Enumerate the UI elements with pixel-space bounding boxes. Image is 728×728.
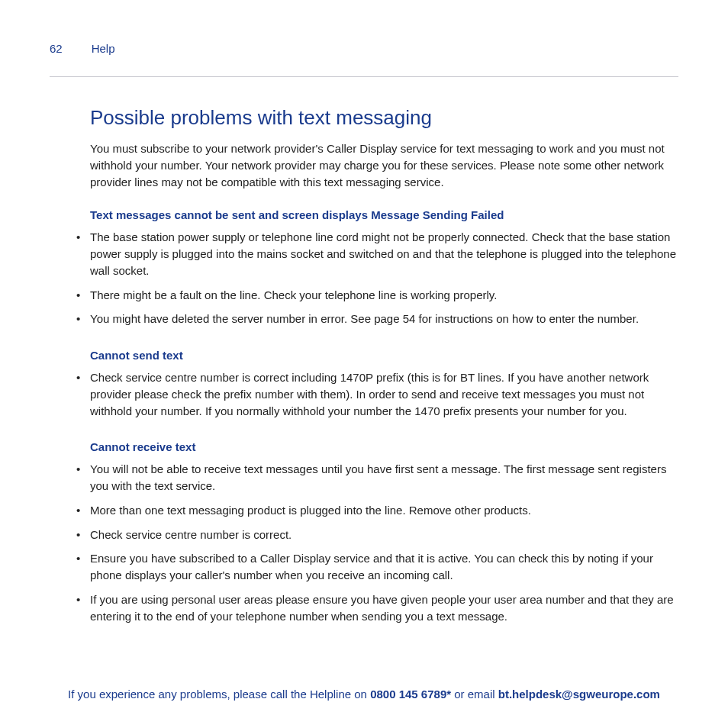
subhead-cannot-receive: Cannot receive text bbox=[90, 440, 678, 453]
list-item: You will not be able to receive text mes… bbox=[76, 461, 678, 494]
list-item: There might be a fault on the line. Chec… bbox=[76, 287, 678, 304]
page-title: Possible problems with text messaging bbox=[90, 106, 678, 130]
list-item: Check service centre number is correct i… bbox=[76, 369, 678, 419]
list-item: If you are using personal user areas ple… bbox=[76, 591, 678, 625]
list-cannot-send: Check service centre number is correct i… bbox=[76, 369, 678, 419]
section-name: Help bbox=[92, 42, 115, 55]
subhead-cannot-send: Cannot send text bbox=[90, 349, 678, 362]
footer-mid: or email bbox=[451, 688, 498, 701]
list-item: You might have deleted the server number… bbox=[76, 311, 678, 327]
footer-pre: If you experience any problems, please c… bbox=[68, 688, 370, 701]
document-page: 62 Help Possible problems with text mess… bbox=[0, 0, 728, 728]
list-item: Ensure you have subscribed to a Caller D… bbox=[76, 550, 678, 584]
subhead-sending-failed: Text messages cannot be sent and screen … bbox=[90, 208, 678, 221]
intro-paragraph: You must subscribe to your network provi… bbox=[90, 140, 678, 190]
list-item: More than one text messaging product is … bbox=[76, 502, 678, 519]
list-sending-failed: The base station power supply or telepho… bbox=[76, 229, 678, 327]
list-cannot-receive: You will not be able to receive text mes… bbox=[76, 461, 678, 624]
header-divider bbox=[50, 76, 678, 77]
footer-email: bt.helpdesk@sgweurope.com bbox=[498, 688, 660, 701]
page-header: 62 Help bbox=[50, 42, 678, 55]
footer-helpline: If you experience any problems, please c… bbox=[0, 688, 728, 701]
footer-phone: 0800 145 6789* bbox=[370, 688, 451, 701]
list-item: Check service centre number is correct. bbox=[76, 527, 678, 543]
content-area: Possible problems with text messaging Yo… bbox=[50, 106, 678, 624]
page-number: 62 bbox=[50, 42, 63, 55]
list-item: The base station power supply or telepho… bbox=[76, 229, 678, 279]
